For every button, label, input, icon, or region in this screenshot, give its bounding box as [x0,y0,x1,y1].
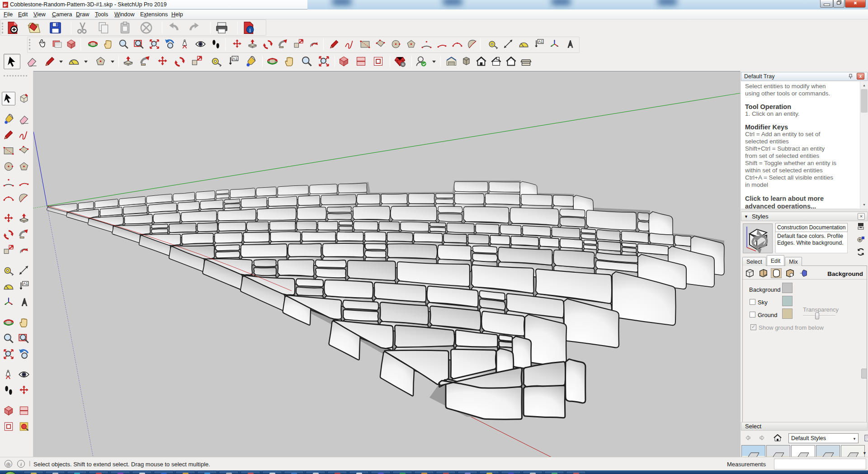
svg-text:A1: A1 [232,57,237,61]
svg-text:A1: A1 [23,281,28,286]
